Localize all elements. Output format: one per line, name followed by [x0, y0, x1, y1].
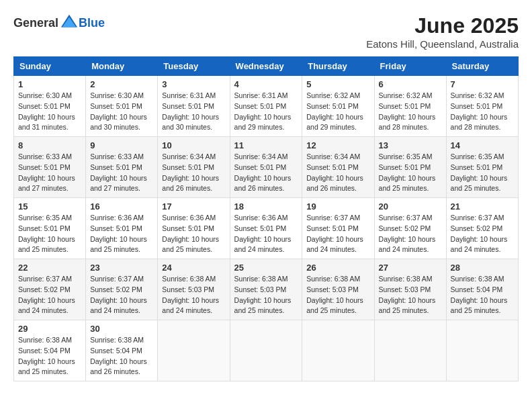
calendar-cell — [374, 320, 446, 381]
day-number: 13 — [379, 140, 442, 150]
calendar-week-row: 8Sunrise: 6:33 AMSunset: 5:01 PMDaylight… — [14, 137, 519, 198]
calendar-cell: 23Sunrise: 6:37 AMSunset: 5:02 PMDayligh… — [86, 259, 158, 320]
day-info: Sunrise: 6:35 AMSunset: 5:01 PMDaylight:… — [379, 152, 442, 194]
day-number: 12 — [306, 140, 369, 150]
calendar-cell: 18Sunrise: 6:36 AMSunset: 5:01 PMDayligh… — [230, 198, 302, 259]
day-info: Sunrise: 6:31 AMSunset: 5:01 PMDaylight:… — [234, 91, 298, 133]
day-info: Sunrise: 6:32 AMSunset: 5:01 PMDaylight:… — [451, 91, 514, 133]
logo-blue: Blue — [79, 16, 105, 30]
day-info: Sunrise: 6:33 AMSunset: 5:01 PMDaylight:… — [90, 152, 153, 194]
calendar-header-row: SundayMondayTuesdayWednesdayThursdayFrid… — [14, 57, 519, 76]
day-number: 17 — [162, 201, 225, 212]
day-number: 14 — [451, 140, 514, 150]
calendar-day-header: Friday — [374, 57, 446, 76]
day-number: 3 — [162, 79, 225, 89]
day-number: 22 — [18, 263, 81, 273]
calendar-cell: 22Sunrise: 6:37 AMSunset: 5:02 PMDayligh… — [14, 259, 86, 320]
day-number: 6 — [379, 79, 442, 89]
day-info: Sunrise: 6:30 AMSunset: 5:01 PMDaylight:… — [90, 91, 153, 133]
calendar-week-row: 29Sunrise: 6:38 AMSunset: 5:04 PMDayligh… — [14, 320, 519, 381]
day-number: 19 — [306, 201, 369, 212]
day-info: Sunrise: 6:30 AMSunset: 5:01 PMDaylight:… — [18, 91, 81, 133]
day-number: 21 — [451, 201, 514, 212]
location-title: Eatons Hill, Queensland, Australia — [366, 38, 519, 50]
calendar-week-row: 1Sunrise: 6:30 AMSunset: 5:01 PMDaylight… — [14, 76, 519, 137]
calendar-cell — [446, 320, 518, 381]
calendar-cell: 19Sunrise: 6:37 AMSunset: 5:01 PMDayligh… — [302, 198, 374, 259]
day-number: 20 — [379, 201, 442, 212]
day-number: 8 — [18, 140, 81, 150]
calendar-cell: 9Sunrise: 6:33 AMSunset: 5:01 PMDaylight… — [86, 137, 158, 198]
calendar-cell: 2Sunrise: 6:30 AMSunset: 5:01 PMDaylight… — [86, 76, 158, 137]
day-info: Sunrise: 6:37 AMSunset: 5:01 PMDaylight:… — [306, 213, 369, 255]
calendar-cell — [302, 320, 374, 381]
calendar-cell — [158, 320, 230, 381]
day-info: Sunrise: 6:36 AMSunset: 5:01 PMDaylight:… — [234, 213, 298, 255]
calendar-cell: 21Sunrise: 6:37 AMSunset: 5:02 PMDayligh… — [446, 198, 518, 259]
calendar-week-row: 15Sunrise: 6:35 AMSunset: 5:01 PMDayligh… — [14, 198, 519, 259]
calendar-cell: 1Sunrise: 6:30 AMSunset: 5:01 PMDaylight… — [14, 76, 86, 137]
day-number: 5 — [306, 79, 369, 89]
day-info: Sunrise: 6:36 AMSunset: 5:01 PMDaylight:… — [90, 213, 153, 255]
day-info: Sunrise: 6:34 AMSunset: 5:01 PMDaylight:… — [162, 152, 225, 194]
day-info: Sunrise: 6:37 AMSunset: 5:02 PMDaylight:… — [379, 213, 442, 255]
day-info: Sunrise: 6:33 AMSunset: 5:01 PMDaylight:… — [18, 152, 81, 194]
calendar-cell: 30Sunrise: 6:38 AMSunset: 5:04 PMDayligh… — [86, 320, 158, 381]
calendar-cell: 13Sunrise: 6:35 AMSunset: 5:01 PMDayligh… — [374, 137, 446, 198]
day-info: Sunrise: 6:35 AMSunset: 5:01 PMDaylight:… — [18, 213, 81, 255]
day-info: Sunrise: 6:37 AMSunset: 5:02 PMDaylight:… — [90, 274, 153, 316]
day-number: 23 — [90, 263, 153, 273]
day-number: 2 — [90, 79, 153, 89]
calendar-cell: 12Sunrise: 6:34 AMSunset: 5:01 PMDayligh… — [302, 137, 374, 198]
day-number: 10 — [162, 140, 225, 150]
day-info: Sunrise: 6:37 AMSunset: 5:02 PMDaylight:… — [18, 274, 81, 316]
day-info: Sunrise: 6:38 AMSunset: 5:03 PMDaylight:… — [379, 274, 442, 316]
calendar-cell: 16Sunrise: 6:36 AMSunset: 5:01 PMDayligh… — [86, 198, 158, 259]
month-title: June 2025 — [366, 13, 519, 38]
calendar-cell: 26Sunrise: 6:38 AMSunset: 5:03 PMDayligh… — [302, 259, 374, 320]
title-area: June 2025 Eatons Hill, Queensland, Austr… — [366, 13, 519, 50]
day-number: 28 — [451, 263, 514, 273]
calendar-cell: 4Sunrise: 6:31 AMSunset: 5:01 PMDaylight… — [230, 76, 302, 137]
day-info: Sunrise: 6:38 AMSunset: 5:04 PMDaylight:… — [90, 335, 153, 377]
day-number: 15 — [18, 201, 81, 212]
calendar-cell: 5Sunrise: 6:32 AMSunset: 5:01 PMDaylight… — [302, 76, 374, 137]
day-info: Sunrise: 6:38 AMSunset: 5:04 PMDaylight:… — [18, 335, 81, 377]
day-number: 7 — [451, 79, 514, 89]
day-number: 4 — [234, 79, 298, 89]
day-number: 25 — [234, 263, 298, 273]
day-number: 26 — [306, 263, 369, 273]
calendar-table: SundayMondayTuesdayWednesdayThursdayFrid… — [13, 56, 519, 381]
day-info: Sunrise: 6:31 AMSunset: 5:01 PMDaylight:… — [162, 91, 225, 133]
day-info: Sunrise: 6:36 AMSunset: 5:01 PMDaylight:… — [162, 213, 225, 255]
day-info: Sunrise: 6:35 AMSunset: 5:01 PMDaylight:… — [451, 152, 514, 194]
logo-general: General — [13, 16, 58, 30]
calendar-cell: 17Sunrise: 6:36 AMSunset: 5:01 PMDayligh… — [158, 198, 230, 259]
calendar-cell: 27Sunrise: 6:38 AMSunset: 5:03 PMDayligh… — [374, 259, 446, 320]
logo-icon — [60, 13, 79, 32]
calendar-cell: 28Sunrise: 6:38 AMSunset: 5:04 PMDayligh… — [446, 259, 518, 320]
calendar-cell: 14Sunrise: 6:35 AMSunset: 5:01 PMDayligh… — [446, 137, 518, 198]
day-number: 30 — [90, 324, 153, 334]
calendar-cell: 15Sunrise: 6:35 AMSunset: 5:01 PMDayligh… — [14, 198, 86, 259]
day-info: Sunrise: 6:37 AMSunset: 5:02 PMDaylight:… — [451, 213, 514, 255]
logo: General Blue — [13, 13, 105, 32]
day-info: Sunrise: 6:38 AMSunset: 5:03 PMDaylight:… — [306, 274, 369, 316]
day-number: 24 — [162, 263, 225, 273]
day-number: 27 — [379, 263, 442, 273]
calendar-day-header: Tuesday — [158, 57, 230, 76]
day-info: Sunrise: 6:32 AMSunset: 5:01 PMDaylight:… — [306, 91, 369, 133]
day-info: Sunrise: 6:38 AMSunset: 5:03 PMDaylight:… — [234, 274, 298, 316]
day-number: 18 — [234, 201, 298, 212]
day-number: 1 — [18, 79, 81, 89]
calendar-cell: 24Sunrise: 6:38 AMSunset: 5:03 PMDayligh… — [158, 259, 230, 320]
calendar-cell: 11Sunrise: 6:34 AMSunset: 5:01 PMDayligh… — [230, 137, 302, 198]
calendar-day-header: Wednesday — [230, 57, 302, 76]
calendar-cell — [230, 320, 302, 381]
day-info: Sunrise: 6:32 AMSunset: 5:01 PMDaylight:… — [379, 91, 442, 133]
calendar-day-header: Sunday — [14, 57, 86, 76]
day-info: Sunrise: 6:38 AMSunset: 5:04 PMDaylight:… — [451, 274, 514, 316]
calendar-cell: 3Sunrise: 6:31 AMSunset: 5:01 PMDaylight… — [158, 76, 230, 137]
calendar-cell: 10Sunrise: 6:34 AMSunset: 5:01 PMDayligh… — [158, 137, 230, 198]
day-info: Sunrise: 6:38 AMSunset: 5:03 PMDaylight:… — [162, 274, 225, 316]
